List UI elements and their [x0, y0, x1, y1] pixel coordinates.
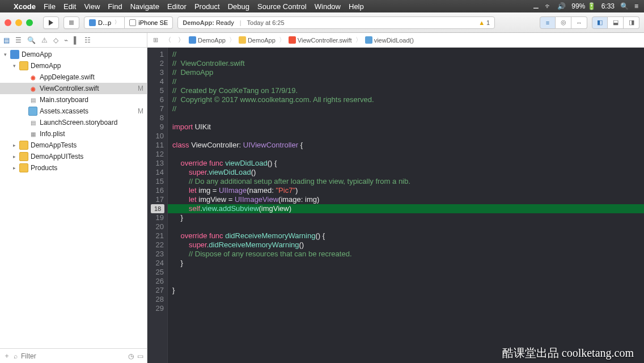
activity-status: Ready	[216, 19, 234, 26]
menu-navigate[interactable]: Navigate	[130, 2, 159, 11]
clock[interactable]: 6:33	[601, 2, 615, 10]
tree-node[interactable]: ▸DemoAppTests	[0, 140, 147, 151]
tree-node[interactable]: ▾DemoApp	[0, 60, 147, 71]
menu-help[interactable]: Help	[349, 2, 364, 11]
folder-icon	[239, 36, 246, 44]
menu-debug[interactable]: Debug	[228, 2, 249, 11]
bluetooth-icon[interactable]: ⚊	[533, 2, 539, 10]
watermark: 酷课堂出品 coolketang.com	[502, 348, 634, 357]
code-content[interactable]: //// ViewController.swift// DemoApp//// …	[168, 48, 644, 363]
toggle-debug-area-button[interactable]: ⬓	[608, 16, 624, 29]
report-navigator-icon[interactable]: ☷	[84, 36, 91, 44]
jump-bar[interactable]: ⊞ 〈 〉 DemoApp〉 DemoApp〉 ViewController.s…	[147, 33, 644, 48]
panel-toggle-segmented[interactable]: ◧ ⬓ ◨	[592, 16, 639, 29]
issue-navigator-icon[interactable]: ⚠	[41, 36, 48, 44]
breakpoint-navigator-icon[interactable]: ▌	[74, 36, 79, 44]
tree-node[interactable]: ◉ViewController.swiftM	[0, 83, 147, 94]
menu-view[interactable]: View	[84, 2, 100, 11]
project-tree[interactable]: ▾DemoApp▾DemoApp◉AppDelegate.swift◉ViewC…	[0, 48, 147, 348]
issues-indicator[interactable]: ▲1	[478, 19, 490, 26]
breakpoint-badge[interactable]: 18	[151, 204, 164, 213]
minimize-window-button[interactable]	[15, 19, 22, 26]
swift-file-icon	[289, 36, 296, 44]
navigator-selector[interactable]: ▤ ☰ 🔍 ⚠ ◇ ⌁ ▌ ☷	[0, 33, 147, 48]
window-traffic-lights	[5, 19, 33, 26]
battery-status[interactable]: 99% 🔋	[571, 2, 595, 10]
test-navigator-icon[interactable]: ◇	[53, 36, 58, 44]
add-button[interactable]: ＋	[3, 351, 10, 361]
find-navigator-icon[interactable]: 🔍	[27, 36, 36, 44]
stop-button[interactable]	[63, 16, 79, 29]
source-editor[interactable]: 1234567891011121314151617181819202122232…	[147, 48, 644, 363]
menu-editor[interactable]: Editor	[167, 2, 187, 11]
menu-window[interactable]: Window	[315, 2, 341, 11]
tree-node[interactable]: ▤Main.storyboard	[0, 94, 147, 105]
tree-node[interactable]: ◉AppDelegate.swift	[0, 71, 147, 83]
scheme-app-label: D...p	[98, 19, 111, 26]
line-gutter[interactable]: 1234567891011121314151617181819202122232…	[147, 48, 168, 363]
activity-time: Today at 6:25	[247, 19, 285, 26]
tree-node[interactable]: ▤LaunchScreen.storyboard	[0, 117, 147, 128]
scheme-device-label: iPhone SE	[138, 19, 168, 26]
menu-find[interactable]: Find	[108, 2, 122, 11]
navigator-filter-bar: ＋ ⌕ ◷ ▭	[0, 348, 147, 363]
menu-extras-icon[interactable]: ≡	[634, 2, 638, 10]
method-icon	[365, 36, 372, 44]
tree-node[interactable]: ▦Info.plist	[0, 128, 147, 140]
related-items-icon[interactable]: ⊞	[153, 36, 158, 44]
menu-file[interactable]: File	[44, 2, 56, 11]
macos-menubar: Xcode File Edit View Find Navigate Edito…	[0, 0, 644, 12]
filter-icon: ⌕	[14, 352, 18, 360]
assistant-editor-button[interactable]: ◎	[556, 16, 571, 29]
warning-icon: ▲	[478, 19, 485, 26]
zoom-window-button[interactable]	[26, 19, 33, 26]
debug-navigator-icon[interactable]: ⌁	[64, 36, 68, 44]
recent-filter-icon[interactable]: ◷	[128, 352, 134, 360]
tree-node[interactable]: ▸Products	[0, 162, 147, 174]
xcode-toolbar: D...p〉 iPhone SE DemoApp: Ready | Today …	[0, 12, 644, 33]
toggle-navigator-button[interactable]: ◧	[592, 16, 608, 29]
chevron-right-icon: 〉	[115, 19, 120, 26]
volume-icon[interactable]: 🔊	[557, 2, 566, 10]
menubar-app[interactable]: Xcode	[14, 2, 36, 11]
activity-view: DemoApp: Ready | Today at 6:25 ▲1	[177, 16, 495, 29]
tree-node[interactable]: Assets.xcassetsM	[0, 105, 147, 117]
menu-sourcecontrol[interactable]: Source Control	[257, 2, 307, 11]
tree-node[interactable]: ▸DemoAppUITests	[0, 151, 147, 162]
tree-node[interactable]: ▾DemoApp	[0, 49, 147, 60]
navigator-sidebar: ▤ ☰ 🔍 ⚠ ◇ ⌁ ▌ ☷ ▾DemoApp▾DemoApp◉AppDele…	[0, 33, 147, 363]
spotlight-icon[interactable]: 🔍	[620, 2, 629, 10]
menu-edit[interactable]: Edit	[63, 2, 76, 11]
scheme-app-icon	[89, 19, 96, 26]
scheme-device-icon	[129, 19, 136, 26]
activity-app: DemoApp:	[183, 19, 214, 26]
scm-filter-icon[interactable]: ▭	[137, 352, 143, 360]
run-button[interactable]	[43, 16, 59, 29]
scheme-selector[interactable]: D...p〉 iPhone SE	[84, 16, 173, 29]
forward-button[interactable]: 〉	[178, 36, 184, 44]
toggle-inspector-button[interactable]: ◨	[624, 16, 639, 29]
wifi-icon[interactable]: ᯤ	[545, 2, 552, 10]
project-icon	[189, 36, 196, 44]
editor-mode-segmented[interactable]: ≡ ◎ ↔	[540, 16, 587, 29]
menu-product[interactable]: Product	[194, 2, 220, 11]
project-navigator-icon[interactable]: ▤	[3, 36, 10, 44]
back-button[interactable]: 〈	[165, 36, 171, 44]
standard-editor-button[interactable]: ≡	[540, 16, 556, 29]
close-window-button[interactable]	[5, 19, 11, 26]
version-editor-button[interactable]: ↔	[571, 16, 587, 29]
filter-input[interactable]	[21, 352, 125, 360]
symbol-navigator-icon[interactable]: ☰	[15, 36, 22, 44]
editor-area: ⊞ 〈 〉 DemoApp〉 DemoApp〉 ViewController.s…	[147, 33, 644, 363]
